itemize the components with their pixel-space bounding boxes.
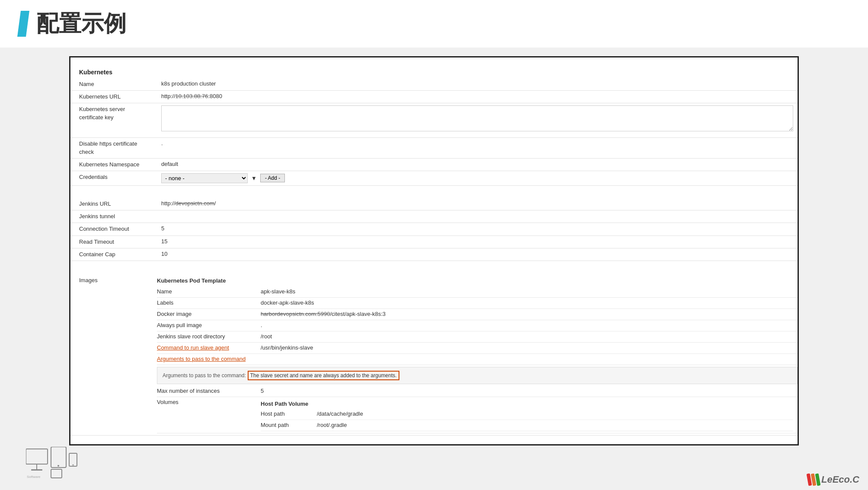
svg-rect-3	[31, 469, 42, 471]
cert-value	[157, 103, 798, 135]
info-highlighted: The slave secret and name are always add…	[248, 371, 399, 380]
config-panel: Kubernetes Name k8s production cluster K…	[69, 56, 799, 445]
max-instances-value: 5	[256, 386, 798, 396]
pod-template-header: Kubernetes Pod Template	[157, 275, 798, 286]
jenkins-tunnel-value	[157, 210, 798, 215]
name-row: Name k8s production cluster	[70, 78, 798, 91]
mount-path-value: /root/.gradle	[313, 420, 793, 430]
container-cap-value: 10	[157, 248, 798, 259]
svg-point-5	[57, 465, 59, 467]
arguments-value	[256, 354, 798, 357]
url-prefix: http://	[161, 93, 176, 99]
read-timeout-value: 15	[157, 236, 798, 247]
jenkins-url-prefix: http://	[161, 200, 176, 207]
command-label: Command to run slave agent	[157, 343, 256, 353]
pod-name-value: apk-slave-k8s	[256, 286, 798, 296]
command-row: Command to run slave agent /usr/bin/jenk…	[157, 343, 798, 354]
disable-https-label: Disable https certificate check	[70, 138, 157, 158]
credentials-select[interactable]: - none -	[161, 173, 248, 183]
max-instances-label: Max number of instances	[157, 386, 256, 396]
volume-header: Host Path Volume	[261, 399, 793, 409]
read-timeout-label: Read Timeout	[70, 236, 157, 248]
connection-timeout-row: Connection Timeout 5	[70, 223, 798, 235]
kubernetes-url-label: Kubernetes URL	[70, 91, 157, 103]
container-cap-row: Container Cap 10	[70, 248, 798, 261]
name-label: Name	[70, 78, 157, 90]
jenkins-tunnel-row: Jenkins tunnel	[70, 210, 798, 223]
credentials-select-arrow: ▼	[251, 175, 257, 181]
always-pull-value: .	[256, 320, 798, 330]
cert-row: Kubernetes server certificate key	[70, 103, 798, 138]
url-suffix: :8080	[208, 93, 222, 99]
name-value: k8s production cluster	[157, 78, 798, 89]
bottom-right: LeEco.C	[807, 474, 868, 486]
slash-icon	[17, 11, 29, 37]
jenkins-root-value: /root	[256, 331, 798, 341]
command-value: /usr/bin/jenkins-slave	[256, 343, 798, 353]
jenkins-url-label: Jenkins URL	[70, 198, 157, 210]
jenkins-url-domain: devopsictn.com	[176, 200, 214, 207]
images-row: Images Kubernetes Pod Template Name apk-…	[70, 273, 798, 436]
always-pull-label: Always pull image	[157, 320, 256, 330]
pod-name-label: Name	[157, 286, 256, 296]
host-path-row: Host path /data/cache/gradle	[261, 409, 793, 420]
connection-timeout-value: 5	[157, 223, 798, 234]
url-ip: 10.103.88.76	[176, 93, 208, 99]
bottom-icons: Software	[26, 447, 78, 481]
disable-https-row: Disable https certificate check .	[70, 138, 798, 158]
mount-path-label: Mount path	[261, 420, 313, 430]
device-icons-svg: Software	[26, 447, 78, 481]
header: 配置示例	[0, 0, 868, 48]
cert-label: Kubernetes server certificate key	[70, 103, 157, 123]
svg-marker-0	[17, 11, 29, 37]
add-credentials-button[interactable]: - Add -	[260, 174, 285, 182]
info-prefix: Arguments to pass to the command:	[163, 372, 246, 379]
svg-rect-8	[51, 469, 62, 478]
cert-textarea[interactable]	[161, 105, 793, 131]
leeco-text: LeEco.C	[821, 474, 859, 485]
jenkins-url-row: Jenkins URL http://devopsictn.com/	[70, 198, 798, 210]
leeco-logo	[807, 474, 820, 486]
namespace-label: Kubernetes Namespace	[70, 159, 157, 171]
docker-image-row: Docker image harbordevopsictn.com:5990/c…	[157, 309, 798, 320]
docker-image-path: /citest/apk-slave-k8s:3	[330, 311, 386, 317]
credentials-label: Credentials	[70, 171, 157, 183]
namespace-value: default	[157, 159, 798, 169]
page-title: 配置示例	[36, 9, 126, 39]
svg-rect-4	[51, 447, 66, 468]
pod-labels-value: docker-apk-slave-k8s	[256, 298, 798, 308]
connection-timeout-label: Connection Timeout	[70, 223, 157, 235]
container-cap-label: Container Cap	[70, 248, 157, 261]
credentials-controls: - none - ▼ - Add -	[161, 173, 793, 183]
jenkins-url-value: http://devopsictn.com/	[157, 198, 798, 209]
docker-image-label: Docker image	[157, 309, 256, 319]
jenkins-root-label: Jenkins slave root directory	[157, 331, 256, 341]
volumes-row: Volumes Host Path Volume Host path /data…	[157, 397, 798, 433]
pod-name-row: Name apk-slave-k8s	[157, 286, 798, 298]
kubernetes-url-value: http://10.103.88.76:8080	[157, 91, 798, 102]
always-pull-row: Always pull image .	[157, 320, 798, 331]
spacer-2	[70, 261, 798, 273]
svg-text:Software: Software	[27, 475, 41, 479]
arguments-info-box: Arguments to pass to the command: The sl…	[157, 367, 798, 384]
arguments-label-link[interactable]: Arguments to pass to the command	[157, 356, 246, 362]
main-content: Kubernetes Name k8s production cluster K…	[0, 48, 868, 454]
docker-image-value: harbordevopsictn.com:5990/citest/apk-sla…	[256, 309, 798, 319]
images-label: Images	[70, 273, 157, 286]
jenkins-root-row: Jenkins slave root directory /root	[157, 331, 798, 343]
disable-https-value: .	[157, 138, 798, 149]
namespace-row: Kubernetes Namespace default	[70, 159, 798, 171]
read-timeout-row: Read Timeout 15	[70, 236, 798, 248]
images-content: Kubernetes Pod Template Name apk-slave-k…	[157, 273, 798, 435]
pod-labels-label: Labels	[157, 298, 256, 308]
jenkins-tunnel-label: Jenkins tunnel	[70, 210, 157, 223]
volumes-content: Host Path Volume Host path /data/cache/g…	[256, 397, 798, 433]
spacer-1	[70, 186, 798, 198]
svg-point-7	[73, 465, 74, 466]
pod-labels-row: Labels docker-apk-slave-k8s	[157, 298, 798, 309]
kubernetes-url-row: Kubernetes URL http://10.103.88.76:8080	[70, 91, 798, 103]
arguments-row: Arguments to pass to the command	[157, 354, 798, 365]
host-path-value: /data/cache/gradle	[313, 409, 793, 419]
credentials-row: Credentials - none - ▼ - Add -	[70, 171, 798, 186]
jenkins-url-suffix: /	[214, 200, 216, 207]
